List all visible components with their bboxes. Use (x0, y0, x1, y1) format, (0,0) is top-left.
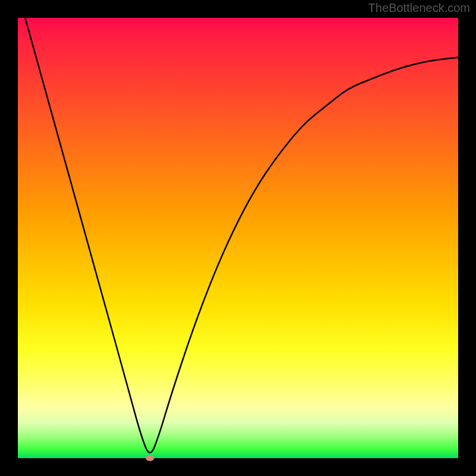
optimal-point-marker (146, 455, 154, 461)
chart-plot-area (18, 18, 458, 458)
watermark-text: TheBottleneck.com (368, 1, 470, 15)
bottleneck-curve (18, 18, 458, 458)
